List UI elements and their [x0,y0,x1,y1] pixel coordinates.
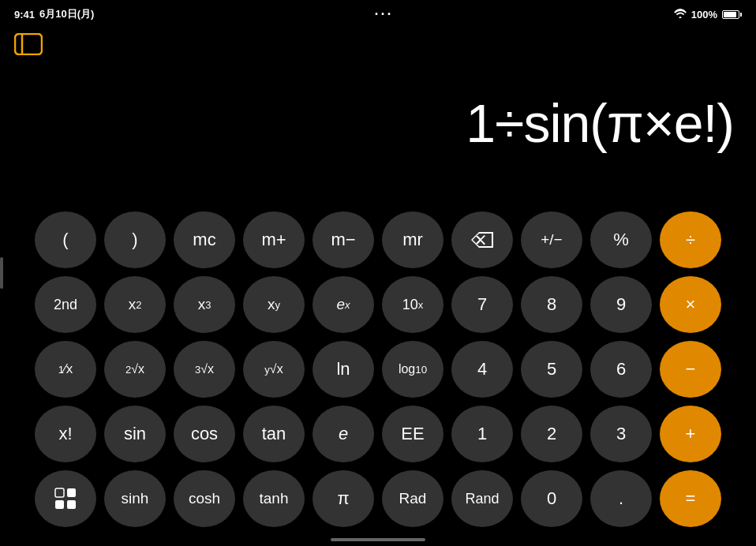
divide-button[interactable]: ÷ [660,211,721,268]
svg-rect-5 [67,500,76,509]
calculator-mode-button[interactable] [35,470,96,527]
tanh-button[interactable]: tanh [243,470,305,527]
open-paren-button[interactable]: ( [35,211,96,268]
status-right: 100% [674,9,742,21]
three-button[interactable]: 3 [590,406,652,462]
four-button[interactable]: 4 [451,341,513,398]
plus-button[interactable]: + [660,406,721,462]
button-row-1: ( ) mc m+ m− mr +/− % ÷ [9,211,747,268]
pi-button[interactable]: π [313,470,374,527]
decimal-button[interactable]: . [590,470,652,527]
status-center: ··· [375,6,394,23]
svg-rect-4 [55,500,64,509]
sqrt2-button[interactable]: 2√x [104,341,166,398]
button-row-5: sinh cosh tanh π Rad Rand 0 . = [9,470,747,527]
home-indicator [331,538,425,541]
battery-icon [722,10,742,19]
sidebar-toggle-button[interactable] [14,33,43,55]
ln-button[interactable]: ln [313,341,374,398]
six-button[interactable]: 6 [590,341,652,398]
eight-button[interactable]: 8 [521,276,582,333]
status-left: 9:41 6月10日(月) [14,7,94,21]
log10-button[interactable]: log10 [382,341,443,398]
rand-button[interactable]: Rand [451,470,513,527]
cosh-button[interactable]: cosh [174,470,235,527]
calculator-grid: ( ) mc m+ m− mr +/− % ÷ 2nd x2 x3 xy ex … [0,211,756,527]
sinh-button[interactable]: sinh [104,470,166,527]
close-paren-button[interactable]: ) [104,211,166,268]
ee-button[interactable]: EE [382,406,443,462]
sqrt3-button[interactable]: 3√x [174,341,235,398]
display: 1÷sin(π×e!) [0,63,756,158]
power-y-button[interactable]: xy [243,276,305,333]
time: 9:41 [14,9,35,21]
two-button[interactable]: 2 [521,406,582,462]
nine-button[interactable]: 9 [590,276,652,333]
memory-subtract-button[interactable]: m− [313,211,374,268]
button-row-4: x! sin cos tan e EE 1 2 3 + [9,406,747,462]
cube-button[interactable]: x3 [174,276,235,333]
sqrt-y-button[interactable]: y√x [243,341,305,398]
seven-button[interactable]: 7 [451,276,513,333]
date: 6月10日(月) [39,7,94,21]
one-button[interactable]: 1 [451,406,513,462]
sin-button[interactable]: sin [104,406,166,462]
button-row-2: 2nd x2 x3 xy ex 10x 7 8 9 × [9,276,747,333]
memory-clear-button[interactable]: mc [174,211,235,268]
status-bar: 9:41 6月10日(月) ··· 100% [0,0,756,28]
rad-button[interactable]: Rad [382,470,443,527]
svg-rect-2 [55,488,64,497]
wifi-icon [674,9,687,21]
multiply-button[interactable]: × [660,276,721,333]
five-button[interactable]: 5 [521,341,582,398]
second-button[interactable]: 2nd [35,276,96,333]
svg-rect-3 [67,488,76,497]
zero-button[interactable]: 0 [521,470,582,527]
square-button[interactable]: x2 [104,276,166,333]
e-power-button[interactable]: ex [313,276,374,333]
dots: ··· [375,6,394,23]
battery-label: 100% [691,9,717,21]
memory-add-button[interactable]: m+ [243,211,305,268]
cos-button[interactable]: cos [174,406,235,462]
minus-button[interactable]: − [660,341,721,398]
display-expression: 1÷sin(π×e!) [466,96,734,150]
ten-power-button[interactable]: 10x [382,276,443,333]
button-row-3: 1⁄x 2√x 3√x y√x ln log10 4 5 6 − [9,341,747,398]
euler-button[interactable]: e [313,406,374,462]
plus-minus-button[interactable]: +/− [521,211,582,268]
reciprocal-button[interactable]: 1⁄x [35,341,96,398]
equals-button[interactable]: = [660,470,721,527]
percent-button[interactable]: % [590,211,652,268]
factorial-button[interactable]: x! [35,406,96,462]
backspace-button[interactable] [451,211,513,268]
tan-button[interactable]: tan [243,406,305,462]
memory-recall-button[interactable]: mr [382,211,443,268]
svg-rect-0 [15,34,42,54]
